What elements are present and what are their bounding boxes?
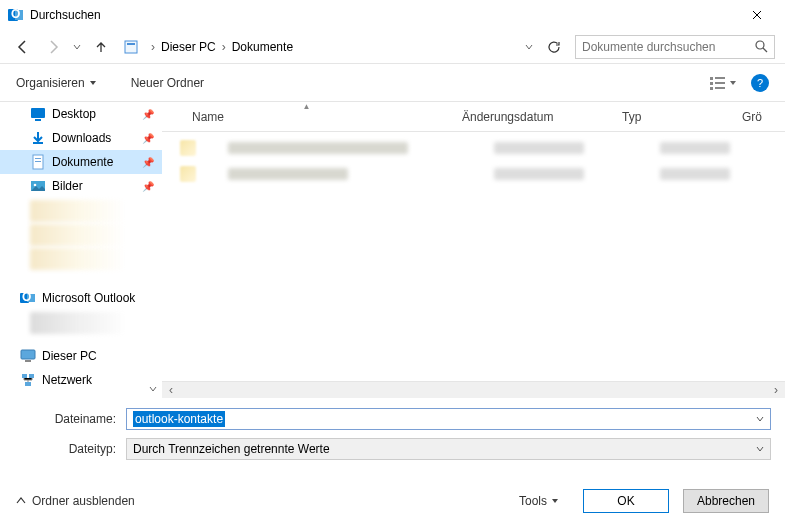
column-header-modified[interactable]: Änderungsdatum <box>452 102 612 131</box>
ok-label: OK <box>617 494 634 508</box>
view-options-button[interactable] <box>710 76 737 90</box>
hide-folders-button[interactable]: Ordner ausblenden <box>16 494 135 508</box>
filename-dropdown-icon[interactable] <box>756 415 764 423</box>
sidebar-item-label: Microsoft Outlook <box>42 291 135 305</box>
sidebar-item-this-pc[interactable]: Dieser PC <box>0 344 162 368</box>
chevron-right-icon: › <box>151 40 155 54</box>
filetype-label: Dateityp: <box>14 442 126 456</box>
svg-rect-22 <box>21 350 35 359</box>
sidebar-item-desktop[interactable]: Desktop 📌 <box>0 102 162 126</box>
navigation-tree: Desktop 📌 Downloads 📌 Dokumente 📌 Bilder… <box>0 102 162 398</box>
pin-icon: 📌 <box>142 181 154 192</box>
document-icon <box>30 154 46 170</box>
new-folder-button[interactable]: Neuer Ordner <box>131 76 204 90</box>
chevron-up-icon <box>16 496 26 506</box>
network-icon <box>20 372 36 388</box>
svg-rect-13 <box>35 119 41 121</box>
svg-rect-9 <box>715 82 725 84</box>
filetype-dropdown-icon[interactable] <box>756 445 764 453</box>
organize-button[interactable]: Organisieren <box>16 76 97 90</box>
search-field[interactable] <box>575 35 775 59</box>
filename-value: outlook-kontakte <box>133 411 225 427</box>
breadcrumb-this-pc[interactable]: Dieser PC <box>157 38 220 56</box>
sidebar-item-network[interactable]: Netzwerk <box>0 368 162 392</box>
refresh-button[interactable] <box>543 36 565 58</box>
recent-locations-dropdown[interactable] <box>70 34 84 60</box>
svg-point-5 <box>756 41 764 49</box>
filename-field[interactable]: outlook-kontakte <box>126 408 771 430</box>
redacted-item <box>30 312 150 334</box>
filetype-field[interactable]: Durch Trennzeichen getrennte Werte <box>126 438 771 460</box>
search-input[interactable] <box>582 40 755 54</box>
svg-rect-12 <box>31 108 45 118</box>
scroll-left-icon[interactable]: ‹ <box>164 383 178 397</box>
svg-text:O: O <box>11 7 20 21</box>
tools-button[interactable]: Tools <box>519 494 559 508</box>
pin-icon: 📌 <box>142 133 154 144</box>
column-header-name[interactable]: Name ▲ <box>162 102 452 131</box>
file-row[interactable] <box>180 164 785 184</box>
svg-rect-10 <box>710 87 713 90</box>
svg-rect-15 <box>35 158 41 159</box>
sidebar-item-label: Bilder <box>52 179 83 193</box>
cancel-label: Abbrechen <box>697 494 755 508</box>
svg-rect-8 <box>710 82 713 85</box>
column-label: Typ <box>622 110 641 124</box>
svg-rect-16 <box>35 161 41 162</box>
redacted-item <box>30 224 150 246</box>
redacted-text <box>228 142 408 154</box>
help-button[interactable]: ? <box>751 74 769 92</box>
this-pc-icon <box>20 348 36 364</box>
redacted-text <box>228 168 348 180</box>
scrollbar-track[interactable] <box>178 383 769 398</box>
svg-point-18 <box>34 184 37 187</box>
svg-rect-3 <box>125 41 137 53</box>
hide-folders-label: Ordner ausblenden <box>32 494 135 508</box>
svg-rect-24 <box>22 374 27 378</box>
redacted-text <box>494 142 584 154</box>
desktop-icon <box>30 106 46 122</box>
redacted-text <box>660 142 730 154</box>
redacted-text <box>660 168 730 180</box>
cancel-button[interactable]: Abbrechen <box>683 489 769 513</box>
column-label: Name <box>192 110 224 124</box>
column-header-size[interactable]: Grö <box>732 102 785 131</box>
pictures-icon <box>30 178 46 194</box>
sidebar-item-documents[interactable]: Dokumente 📌 <box>0 150 162 174</box>
address-dropdown-icon[interactable] <box>525 43 533 51</box>
folder-icon <box>180 140 196 156</box>
ok-button[interactable]: OK <box>583 489 669 513</box>
svg-rect-6 <box>710 77 713 80</box>
chevron-right-icon: › <box>222 40 226 54</box>
search-icon[interactable] <box>755 40 768 53</box>
back-button[interactable] <box>10 34 36 60</box>
sidebar-item-pictures[interactable]: Bilder 📌 <box>0 174 162 198</box>
sidebar-item-label: Netzwerk <box>42 373 92 387</box>
location-icon <box>122 38 140 56</box>
svg-rect-23 <box>25 360 31 362</box>
scroll-right-icon[interactable]: › <box>769 383 783 397</box>
organize-label: Organisieren <box>16 76 85 90</box>
redacted-item <box>30 248 150 270</box>
address-breadcrumb[interactable]: › Dieser PC › Dokumente <box>148 35 515 59</box>
sidebar-item-outlook[interactable]: O Microsoft Outlook <box>0 286 162 310</box>
forward-button[interactable] <box>40 34 66 60</box>
pin-icon: 📌 <box>142 157 154 168</box>
close-button[interactable] <box>737 1 777 29</box>
svg-rect-11 <box>715 87 725 89</box>
sidebar-item-downloads[interactable]: Downloads 📌 <box>0 126 162 150</box>
column-header-type[interactable]: Typ <box>612 102 732 131</box>
folder-icon <box>180 166 196 182</box>
file-row[interactable] <box>180 138 785 158</box>
sidebar-item-label: Desktop <box>52 107 96 121</box>
sidebar-item-label: Downloads <box>52 131 111 145</box>
svg-text:O: O <box>22 290 31 304</box>
horizontal-scrollbar[interactable]: ‹ › <box>162 381 785 398</box>
window-title: Durchsuchen <box>30 8 101 22</box>
up-button[interactable] <box>88 34 114 60</box>
outlook-app-icon: O <box>8 7 24 23</box>
sidebar-scroll-down[interactable] <box>144 380 162 398</box>
filetype-value: Durch Trennzeichen getrennte Werte <box>133 442 756 456</box>
breadcrumb-folder[interactable]: Dokumente <box>228 38 297 56</box>
column-headers: Name ▲ Änderungsdatum Typ Grö <box>162 102 785 132</box>
